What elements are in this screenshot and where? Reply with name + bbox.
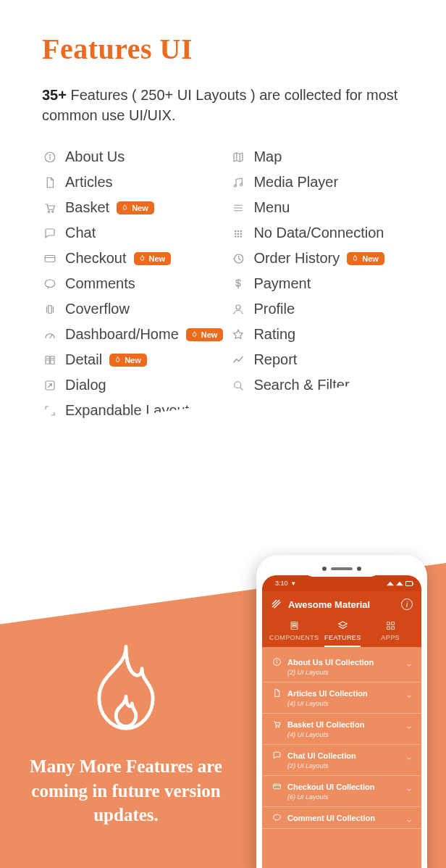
- status-time: 3:10 ▾: [275, 580, 295, 587]
- app-brand: Awesome Material: [271, 598, 370, 610]
- dots-icon: [230, 225, 246, 241]
- app-title: Awesome Material: [288, 599, 370, 610]
- feature-label: Profile: [253, 301, 295, 317]
- phone-screen: 3:10 ▾ Awesome Material i COMPONENTS FEA…: [262, 575, 421, 868]
- flame-icon: [86, 640, 166, 741]
- chevron-down-icon: [405, 690, 413, 697]
- new-badge: New: [347, 252, 384, 265]
- feature-item: Menu: [230, 195, 411, 220]
- feature-item: About Us: [42, 144, 223, 170]
- collection-row[interactable]: Articles UI Collection(4) UI Layouts: [262, 683, 421, 714]
- feature-label: Report: [253, 351, 297, 368]
- comment-icon: [42, 276, 58, 292]
- feature-label: Detail: [65, 351, 102, 368]
- feature-item: DetailNew: [42, 347, 223, 372]
- app-bar: Awesome Material i COMPONENTS FEATURES A…: [262, 591, 421, 647]
- gauge-icon: [42, 327, 58, 343]
- feature-label: Dialog: [65, 377, 106, 393]
- external-icon: [42, 377, 58, 393]
- phone-notch: [303, 561, 380, 577]
- feature-item: Articles: [42, 170, 223, 195]
- feature-item: Dialog: [42, 372, 223, 398]
- star-icon: [230, 327, 246, 343]
- new-badge: New: [109, 354, 147, 367]
- feature-item: Chat: [42, 220, 223, 246]
- feature-item: Profile: [230, 296, 411, 322]
- tab-apps[interactable]: APPS: [366, 617, 414, 647]
- chevron-down-icon: [405, 783, 413, 790]
- feature-label: Payment: [253, 275, 311, 292]
- feature-label: Map: [253, 149, 282, 165]
- feature-label: Dashboard/Home: [65, 326, 179, 343]
- expand-icon: [42, 403, 58, 419]
- tab-components[interactable]: COMPONENTS: [269, 617, 319, 647]
- history-icon: [230, 251, 246, 267]
- music-icon: [230, 175, 246, 191]
- card-icon: [42, 251, 58, 267]
- feature-label: Chat: [65, 225, 96, 241]
- feature-item: Rating: [230, 322, 411, 347]
- new-badge: New: [186, 328, 224, 341]
- new-badge: New: [117, 201, 154, 214]
- feature-label: Articles: [65, 174, 113, 191]
- battery-icon: [405, 581, 413, 586]
- file-icon: [42, 175, 58, 191]
- feature-item: Payment: [230, 271, 411, 296]
- chat-icon: [42, 225, 58, 241]
- signal-icon: [396, 581, 403, 585]
- collection-row[interactable]: Basket UI Collection(4) UI Layouts: [262, 714, 421, 745]
- phone-list: About Us UI Collection(2) UI LayoutsArti…: [262, 647, 421, 829]
- map-icon: [230, 149, 246, 165]
- tabs: COMPONENTS FEATURES APPS: [269, 617, 414, 647]
- lead-rest: Features ( 250+ UI Layouts ) are collect…: [42, 87, 397, 123]
- search-icon: [230, 377, 246, 393]
- book-icon: [42, 352, 58, 368]
- feature-item: Order HistoryNew: [230, 246, 411, 271]
- feature-item: Dashboard/HomeNew: [42, 322, 223, 347]
- chevron-down-icon: [405, 721, 413, 728]
- feature-item: Map: [230, 144, 411, 170]
- wifi-icon: [387, 581, 394, 585]
- collection-row[interactable]: Chat UI Collection(2) UI Layouts: [262, 745, 421, 776]
- feature-label: Media Player: [253, 174, 338, 191]
- feature-label: Comments: [65, 275, 135, 292]
- menu-icon: [230, 200, 246, 216]
- feature-label: Menu: [253, 199, 290, 216]
- feature-label: No Data/Connection: [253, 225, 384, 241]
- cart-icon: [42, 200, 58, 216]
- feature-item: CheckoutNew: [42, 246, 223, 271]
- chart-icon: [230, 352, 246, 368]
- feature-label: Order History: [253, 250, 340, 267]
- chevron-down-icon: [405, 659, 413, 666]
- collection-row[interactable]: Checkout UI Collection(6) UI Layouts: [262, 776, 421, 807]
- user-icon: [230, 301, 246, 317]
- feature-label: Coverflow: [65, 301, 130, 317]
- phone-mockup: 3:10 ▾ Awesome Material i COMPONENTS FEA…: [256, 555, 427, 868]
- chevron-down-icon: [405, 814, 413, 822]
- collection-row[interactable]: About Us UI Collection(2) UI Layouts: [262, 651, 421, 683]
- page-title: Features UI: [42, 32, 411, 66]
- promo-text: Many More Features are coming in future …: [17, 754, 235, 827]
- lead-bold: 35+: [42, 87, 67, 103]
- feature-item: BasketNew: [42, 195, 223, 220]
- dollar-icon: [230, 276, 246, 292]
- feature-label: About Us: [65, 149, 125, 165]
- chevron-down-icon: [405, 752, 413, 759]
- feature-item: Report: [230, 347, 411, 372]
- promo-message: Many More Features are coming in future …: [17, 640, 235, 827]
- collection-row[interactable]: Comment UI Collection: [262, 807, 421, 829]
- info-icon: [42, 149, 58, 165]
- feature-label: Rating: [253, 326, 295, 343]
- lead-text: 35+ Features ( 250+ UI Layouts ) are col…: [42, 85, 411, 125]
- status-bar: 3:10 ▾: [262, 575, 421, 591]
- tab-features[interactable]: FEATURES: [319, 617, 367, 647]
- coverflow-icon: [42, 301, 58, 317]
- feature-label: Checkout: [65, 250, 127, 267]
- feature-label: Basket: [65, 199, 109, 216]
- info-icon[interactable]: i: [401, 598, 413, 610]
- feature-item: Media Player: [230, 170, 411, 195]
- feature-item: Coverflow: [42, 296, 223, 322]
- feature-item: Comments: [42, 271, 223, 296]
- feature-item: No Data/Connection: [230, 220, 411, 246]
- new-badge: New: [134, 252, 172, 265]
